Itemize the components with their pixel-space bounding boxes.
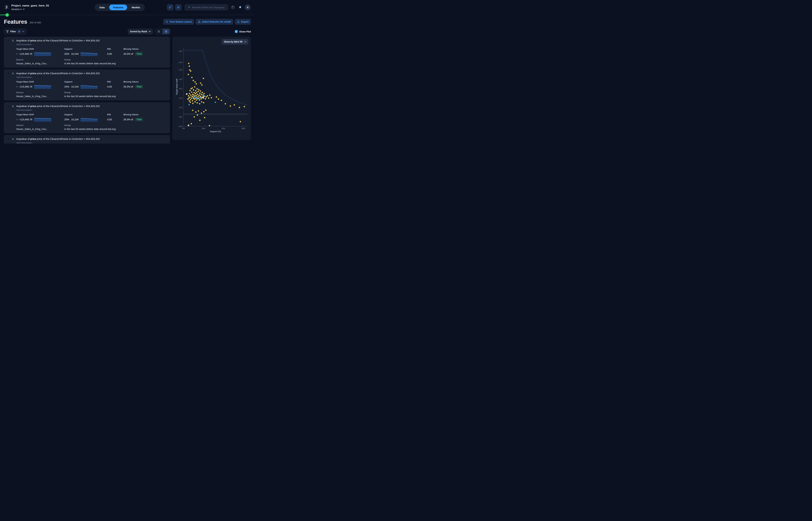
list-icon bbox=[158, 30, 160, 33]
add-description-link[interactable]: Add Description… bbox=[16, 43, 167, 46]
feature-select-checkbox[interactable] bbox=[7, 39, 10, 42]
add-description-link[interactable]: Add Description… bbox=[16, 141, 167, 143]
group-label: Group bbox=[64, 124, 167, 127]
target-mean-shift-label: Target Mean Shift bbox=[16, 113, 64, 116]
support-pct: 25% bbox=[64, 85, 69, 88]
svg-text:x0.5: x0.5 bbox=[179, 116, 182, 118]
rig-label: RIG bbox=[107, 48, 123, 50]
feature-title-prefix: AvgValue of bbox=[16, 137, 29, 140]
target-mean-shift-number: −123,456.78 bbox=[19, 52, 32, 55]
nav-tab-models[interactable]: Models bbox=[128, 4, 144, 10]
avatar[interactable]: A bbox=[245, 4, 251, 10]
target-mean-shift-value: ↑ −123,456.78 bbox=[16, 118, 32, 121]
feature-title-prefix: AvgValue of bbox=[16, 105, 29, 108]
rig-value: 0.05 bbox=[107, 85, 112, 88]
feature-select-checkbox[interactable] bbox=[7, 72, 10, 75]
grid-icon bbox=[165, 30, 167, 33]
feature-card: 1 AvgValue of price price of the Closest… bbox=[4, 69, 170, 100]
notifications-button[interactable] bbox=[237, 4, 243, 10]
svg-text:x1.5: x1.5 bbox=[179, 97, 182, 99]
nav-tab-features[interactable]: Features bbox=[109, 4, 127, 10]
tune-icon bbox=[165, 20, 168, 23]
add-description-link[interactable]: Add Description… bbox=[16, 109, 167, 111]
missing-true-badge: True bbox=[135, 85, 143, 88]
feature-card: 1 AvgValue of price price of the Closest… bbox=[4, 37, 170, 68]
up-arrow-icon: ↑ bbox=[16, 85, 18, 88]
support-count: 10,234 bbox=[71, 85, 78, 88]
feature-rank: 1 bbox=[12, 105, 14, 108]
feature-count: 200 of 300 bbox=[29, 21, 41, 25]
svg-text:x3.4: x3.4 bbox=[179, 61, 182, 63]
add-description-link[interactable]: Add Description… bbox=[16, 76, 167, 78]
source-value: House_Sales_in_King_Cou… bbox=[16, 95, 64, 97]
show-plot-label: Show Plot bbox=[239, 30, 251, 33]
source-label: Source bbox=[16, 124, 64, 127]
hierarchy-icon bbox=[198, 20, 201, 23]
feature-select-checkbox[interactable] bbox=[7, 137, 10, 140]
feature-select-checkbox[interactable] bbox=[7, 105, 10, 108]
feature-title-field: price bbox=[30, 39, 36, 42]
feature-title-prefix: AvgValue of bbox=[16, 39, 29, 42]
lift-support-scatter-chart: x4.0x3.4x3.0x2.5x2.0x1.5x1.0x0.5x0.00%10… bbox=[175, 46, 248, 133]
select-features-label: Select featurtes for model bbox=[202, 20, 231, 23]
feature-title: AvgValue of price price of the Closest10… bbox=[16, 137, 167, 140]
svg-text:10%: 10% bbox=[202, 128, 205, 129]
funnel-icon bbox=[6, 30, 9, 33]
sort-dropdown[interactable]: Sorted by Rank bbox=[128, 28, 153, 35]
target-mean-shift-number: −123,456.78 bbox=[19, 85, 32, 88]
flow-button[interactable] bbox=[167, 4, 174, 10]
main-nav: Data Features Models bbox=[95, 4, 145, 11]
group-label: Group bbox=[64, 91, 167, 94]
feature-title: AvgValue of price price of the Closest10… bbox=[16, 39, 167, 42]
nav-tab-data[interactable]: Data bbox=[95, 4, 109, 10]
svg-text:x3.0: x3.0 bbox=[179, 69, 182, 71]
show-by-label: Show by MAX lift bbox=[224, 40, 243, 43]
settings-button[interactable] bbox=[175, 4, 182, 10]
content: Features 200 of 300 Tune feature search … bbox=[0, 15, 255, 143]
review-run-label: Review & Run (no changes) bbox=[192, 6, 224, 9]
missing-values-value: 28.3% of bbox=[123, 85, 133, 88]
chevron-down-icon bbox=[23, 8, 25, 10]
tune-feature-search-button[interactable]: Tune feature search bbox=[163, 19, 194, 25]
source-value: House_Sales_in_King_Cou… bbox=[16, 128, 64, 130]
view-toggle bbox=[155, 28, 170, 35]
feature-rank: 1 bbox=[12, 72, 14, 75]
svg-text:x4.0: x4.0 bbox=[179, 50, 182, 52]
target-mean-shift-label: Target Mean Shift bbox=[16, 48, 64, 50]
missing-true-badge: True bbox=[135, 52, 143, 55]
feature-list: 1 AvgValue of price price of the Closest… bbox=[4, 37, 170, 143]
feature-title-field: price bbox=[30, 105, 36, 108]
progress-check-icon bbox=[5, 13, 9, 17]
rig-label: RIG bbox=[107, 81, 123, 83]
iteration-selector[interactable]: Iteration # bbox=[12, 8, 49, 10]
show-by-dropdown[interactable]: Show by MAX lift bbox=[222, 39, 248, 44]
missing-values-label: Missing Values bbox=[123, 113, 167, 116]
target-mean-shift-value: ↑ −123,456.78 bbox=[16, 52, 32, 55]
list-view-button[interactable] bbox=[155, 29, 162, 34]
help-button[interactable]: ? bbox=[230, 4, 235, 10]
show-plot-toggle[interactable]: Show Plot bbox=[173, 30, 251, 33]
export-label: Export bbox=[241, 20, 249, 23]
feature-title: AvgValue of price price of the Closest10… bbox=[16, 105, 167, 108]
chevron-down-icon bbox=[149, 31, 151, 32]
select-features-button[interactable]: Select featurtes for model bbox=[196, 19, 233, 25]
review-run-button[interactable]: Review & Run (no changes) bbox=[184, 4, 228, 10]
svg-text:x0.0: x0.0 bbox=[179, 125, 182, 127]
filter-count-badge: 3 bbox=[17, 30, 21, 33]
support-sparkline bbox=[81, 117, 97, 121]
toolbar: Filter 3 Sorted by Rank bbox=[4, 28, 251, 35]
filter-button[interactable]: Filter 3 bbox=[4, 28, 26, 35]
missing-values-value: 28.3% of bbox=[123, 118, 133, 121]
rig-value: 0.05 bbox=[107, 52, 112, 55]
support-label: Support bbox=[64, 48, 107, 50]
feature-rank: 1 bbox=[12, 39, 14, 42]
target-mean-shift-sparkline bbox=[34, 117, 51, 121]
export-button[interactable]: Export bbox=[235, 19, 251, 25]
app-root: Project_name_goes_here_01 Iteration # Da… bbox=[0, 0, 255, 143]
grid-view-button[interactable] bbox=[162, 29, 170, 34]
progress-bar bbox=[0, 15, 255, 15]
app-logo-icon bbox=[4, 4, 9, 10]
show-plot-checkbox[interactable] bbox=[235, 30, 238, 33]
feature-rank: 1 bbox=[12, 138, 14, 140]
project-title: Project_name_goes_here_01 bbox=[12, 4, 49, 7]
